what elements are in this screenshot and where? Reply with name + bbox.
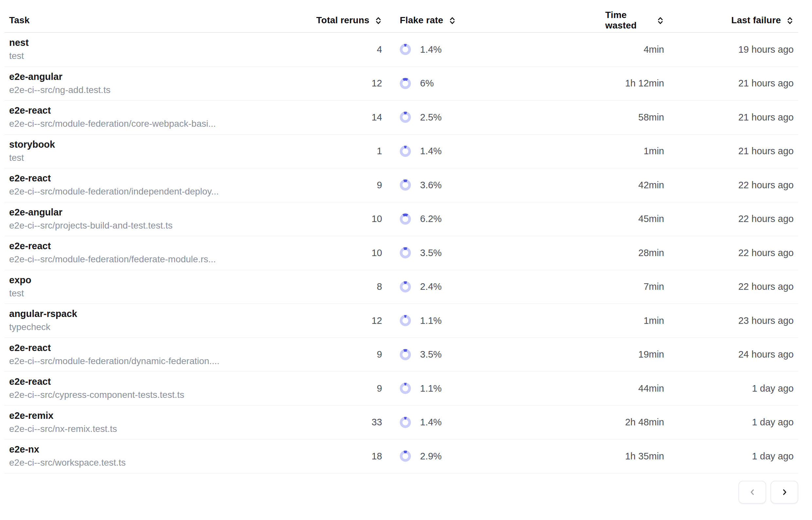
total-reruns-value: 1 — [308, 146, 382, 157]
total-reruns-value: 9 — [308, 349, 382, 360]
table-row[interactable]: e2e-react e2e-ci--src/module-federation/… — [5, 338, 798, 372]
task-target: test — [9, 51, 308, 61]
flake-rate-value: 6% — [420, 78, 434, 89]
column-header-last_failure[interactable]: Last failure — [664, 15, 794, 26]
task-cell: e2e-react e2e-ci--src/module-federation/… — [5, 105, 308, 129]
task-target: e2e-ci--src/cypress-component-tests.test… — [9, 390, 308, 400]
flake-rate-value: 2.9% — [420, 451, 442, 462]
flake-rate-donut-icon — [400, 281, 411, 292]
flake-rate-donut-icon — [400, 112, 411, 123]
table-row[interactable]: nest test 4 1.4% 4min 19 hours ago — [5, 33, 798, 67]
flake-rate-cell: 1.1% — [382, 383, 605, 394]
task-target: e2e-ci--src/workspace.test.ts — [9, 458, 308, 468]
flake-rate-cell: 1.4% — [382, 417, 605, 428]
column-header-time_wasted[interactable]: Time wasted — [605, 10, 664, 31]
total-reruns-value: 9 — [308, 180, 382, 190]
table-row[interactable]: e2e-angular e2e-ci--src/projects-build-a… — [5, 202, 798, 236]
task-target: e2e-ci--src/module-federation/core-webpa… — [9, 119, 308, 129]
column-header-label: Last failure — [731, 15, 781, 26]
flake-rate-donut-icon — [400, 179, 411, 190]
flaky-tasks-page: TaskTotal rerunsFlake rateTime wastedLas… — [0, 0, 812, 520]
task-name: e2e-react — [9, 173, 308, 184]
total-reruns-value: 12 — [308, 78, 382, 89]
table-row[interactable]: angular-rspack typecheck 12 1.1% 1min 23… — [5, 304, 798, 338]
task-name: e2e-react — [9, 376, 308, 387]
flake-rate-value: 1.4% — [420, 44, 442, 55]
flake-rate-donut-icon — [400, 315, 411, 326]
flake-rate-value: 1.1% — [420, 383, 442, 394]
task-name: e2e-angular — [9, 207, 308, 218]
time-wasted-value: 28min — [605, 248, 664, 258]
flake-rate-value: 2.4% — [420, 281, 442, 292]
total-reruns-value: 4 — [308, 44, 382, 55]
table-row[interactable]: e2e-nx e2e-ci--src/workspace.test.ts 18 … — [5, 439, 798, 473]
table-row[interactable]: e2e-remix e2e-ci--src/nx-remix.test.ts 3… — [5, 406, 798, 440]
flake-rate-donut-icon — [400, 349, 411, 360]
last-failure-value: 1 day ago — [664, 451, 794, 462]
task-target: e2e-ci--src/module-federation/federate-m… — [9, 255, 308, 265]
sort-icon[interactable] — [656, 16, 664, 25]
sort-icon[interactable] — [374, 16, 382, 25]
flake-rate-value: 3.5% — [420, 349, 442, 360]
time-wasted-value: 1min — [605, 315, 664, 326]
task-cell: nest test — [5, 38, 308, 61]
column-header-flake_rate[interactable]: Flake rate — [382, 15, 605, 26]
flake-rate-donut-icon — [400, 146, 411, 157]
task-target: e2e-ci--src/projects-build-and-test.test… — [9, 221, 308, 231]
flake-rate-value: 1.4% — [420, 146, 442, 157]
task-name: e2e-remix — [9, 411, 308, 421]
last-failure-value: 22 hours ago — [664, 248, 794, 258]
flake-rate-donut-icon — [400, 247, 411, 258]
table-row[interactable]: e2e-react e2e-ci--src/module-federation/… — [5, 236, 798, 270]
next-page-button[interactable] — [771, 481, 798, 504]
task-target: e2e-ci--src/module-federation/dynamic-fe… — [9, 356, 308, 366]
task-name: e2e-react — [9, 241, 308, 252]
previous-page-button[interactable] — [738, 481, 766, 504]
task-target: typecheck — [9, 322, 308, 332]
flake-rate-cell: 3.6% — [382, 179, 605, 190]
task-target: e2e-ci--src/nx-remix.test.ts — [9, 424, 308, 434]
task-cell: e2e-remix e2e-ci--src/nx-remix.test.ts — [5, 411, 308, 434]
chevron-right-icon — [780, 488, 789, 496]
column-header-label: Total reruns — [316, 15, 369, 26]
task-name: e2e-nx — [9, 444, 308, 455]
table-row[interactable]: e2e-angular e2e-ci--src/ng-add.test.ts 1… — [5, 67, 798, 101]
task-name: e2e-angular — [9, 72, 308, 82]
task-cell: expo test — [5, 275, 308, 298]
task-target: e2e-ci--src/module-federation/independen… — [9, 187, 308, 197]
task-cell: e2e-angular e2e-ci--src/ng-add.test.ts — [5, 72, 308, 95]
flake-rate-value: 2.5% — [420, 112, 442, 123]
column-header-label: Flake rate — [400, 15, 443, 26]
total-reruns-value: 10 — [308, 248, 382, 258]
flake-rate-cell: 1.4% — [382, 44, 605, 55]
last-failure-value: 22 hours ago — [664, 281, 794, 292]
task-cell: e2e-react e2e-ci--src/module-federation/… — [5, 173, 308, 197]
time-wasted-value: 7min — [605, 281, 664, 292]
flake-rate-cell: 3.5% — [382, 349, 605, 360]
sort-icon[interactable] — [449, 16, 456, 25]
flake-rate-value: 1.1% — [420, 315, 442, 326]
flake-rate-donut-icon — [400, 213, 411, 225]
table-row[interactable]: e2e-react e2e-ci--src/cypress-component-… — [5, 372, 798, 406]
task-cell: e2e-react e2e-ci--src/module-federation/… — [5, 241, 308, 265]
sort-icon[interactable] — [786, 16, 794, 25]
column-header-total_reruns[interactable]: Total reruns — [308, 15, 382, 26]
table-row[interactable]: storybook test 1 1.4% 1min 21 hours ago — [5, 135, 798, 168]
column-header-label: Task — [9, 15, 30, 26]
time-wasted-value: 1h 35min — [605, 451, 664, 462]
total-reruns-value: 14 — [308, 112, 382, 123]
time-wasted-value: 4min — [605, 44, 664, 55]
table-row[interactable]: e2e-react e2e-ci--src/module-federation/… — [5, 168, 798, 202]
task-target: test — [9, 153, 308, 163]
table-row[interactable]: expo test 8 2.4% 7min 22 hours ago — [5, 270, 798, 304]
chevron-left-icon — [748, 488, 757, 496]
task-cell: e2e-angular e2e-ci--src/projects-build-a… — [5, 207, 308, 231]
task-cell: e2e-react e2e-ci--src/cypress-component-… — [5, 376, 308, 400]
time-wasted-value: 42min — [605, 180, 664, 190]
table-row[interactable]: e2e-react e2e-ci--src/module-federation/… — [5, 101, 798, 135]
table-header-row: TaskTotal rerunsFlake rateTime wastedLas… — [5, 0, 798, 33]
time-wasted-value: 58min — [605, 112, 664, 123]
task-target: e2e-ci--src/ng-add.test.ts — [9, 85, 308, 95]
task-cell: angular-rspack typecheck — [5, 309, 308, 332]
total-reruns-value: 10 — [308, 213, 382, 224]
